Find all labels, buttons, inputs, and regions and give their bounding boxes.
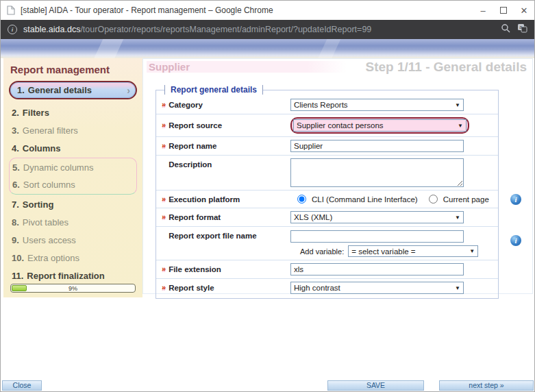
report-general-details-fieldset: Report general details »Category Clients… [155, 85, 499, 299]
report-style-select[interactable]: High contrast ▼ [290, 282, 464, 294]
execution-platform-info-icon[interactable]: i [510, 194, 521, 205]
report-source-select[interactable]: Supplier contact persons ▼ [293, 119, 466, 132]
sidebar-item-sorting[interactable]: 7.Sorting [3, 195, 142, 213]
sidebar-item-general-filters[interactable]: 3.General filters [3, 121, 142, 139]
step-label: Sort columns [23, 180, 75, 190]
sidebar-item-sort-columns[interactable]: 6.Sort columns [10, 176, 136, 193]
step-title: Step 1/11 - General details [366, 60, 527, 75]
category-label: Category [169, 101, 203, 109]
maximize-button[interactable] [493, 1, 514, 20]
info-glyph: i [514, 195, 517, 204]
step-number: 1. [17, 85, 25, 95]
step-number: 7. [12, 199, 19, 210]
report-style-row: »Report style High contrast ▼ [156, 278, 498, 297]
sidebar-item-extra-options[interactable]: 10.Extra options [3, 249, 142, 267]
cli-radio-label: CLI (Command Line Interface) [312, 195, 418, 204]
chevron-right-icon: › [127, 87, 130, 94]
file-extension-label: File extension [169, 265, 221, 273]
report-export-row: »Report export file name Add variable: =… [156, 226, 498, 260]
report-style-value: High contrast [294, 284, 340, 292]
category-row: »Category Clients Reports ▼ [156, 96, 498, 114]
sidebar-item-pivot-tables[interactable]: 8.Pivot tables [3, 213, 142, 231]
minimize-icon: – [480, 5, 485, 16]
chevron-down-icon: ▼ [455, 285, 460, 291]
progress-label: 9% [11, 284, 135, 293]
report-export-info-icon[interactable]: i [510, 235, 521, 246]
translate-icon[interactable]: a [517, 23, 527, 36]
wizard-progress-bar: 9% [10, 284, 136, 293]
sidebar-item-filters[interactable]: 2.Filters [3, 103, 142, 121]
step-number: 4. [12, 143, 19, 154]
address-input[interactable]: stable.aida.dcs/tourOperator/reports/rep… [23, 25, 495, 34]
sidebar-group-columns: 5.Dynamic columns 6.Sort columns [9, 158, 137, 195]
add-variable-label: Add variable: [300, 247, 344, 256]
step-number: 10. [12, 253, 24, 263]
next-step-button[interactable]: next step » [439, 380, 534, 391]
category-select[interactable]: Clients Reports ▼ [290, 99, 464, 111]
required-icon: » [162, 121, 166, 130]
sidebar-item-columns[interactable]: 4.Columns [3, 139, 142, 157]
sidebar-item-users-access[interactable]: 9.Users access [3, 231, 142, 249]
report-name-input[interactable] [290, 140, 464, 152]
required-icon: » [162, 101, 166, 109]
context-title: Supplier [147, 61, 347, 73]
step-label: General details [28, 85, 92, 95]
page-favicon-icon [7, 5, 15, 15]
required-icon: » [162, 195, 166, 204]
report-source-highlight: Supplier contact persons ▼ [290, 117, 469, 134]
required-icon: » [162, 142, 166, 150]
step-number: 9. [12, 235, 19, 245]
page-header-banner [1, 39, 534, 58]
sidebar-item-report-finalization[interactable]: 11.Report finalization [3, 267, 142, 284]
sidebar-item-dynamic-columns[interactable]: 5.Dynamic columns [10, 159, 136, 176]
info-glyph: i [514, 236, 517, 245]
file-extension-input[interactable] [290, 263, 464, 275]
step-label: Sorting [23, 199, 54, 210]
save-button[interactable]: SAVE [327, 380, 424, 391]
file-extension-row: »File extension [156, 260, 498, 278]
maximize-icon [500, 7, 507, 14]
sidebar-item-general-details[interactable]: 1.General details › [9, 81, 137, 99]
report-style-label: Report style [169, 284, 214, 292]
step-number: 5. [12, 162, 20, 173]
chevron-down-icon: ▼ [458, 123, 463, 129]
current-page-radio[interactable] [429, 195, 438, 204]
report-source-value: Supplier contact persons [297, 121, 384, 130]
wizard-sidebar: Report management 1.General details › 2.… [3, 58, 142, 297]
required-icon: » [162, 213, 166, 221]
report-format-value: XLS (XML) [294, 213, 332, 221]
step-label: Report finalization [27, 271, 104, 281]
description-textarea[interactable] [290, 158, 464, 187]
step-label: General filters [23, 125, 78, 136]
minimize-button[interactable]: – [473, 1, 493, 20]
report-format-label: Report format [169, 213, 221, 221]
zoom-icon[interactable] [501, 23, 510, 36]
step-label: Extra options [27, 253, 79, 263]
close-window-button[interactable]: ✕ [514, 1, 534, 20]
step-label: Users access [23, 235, 76, 245]
step-number: 3. [12, 125, 19, 136]
step-number: 2. [12, 108, 19, 118]
add-variable-select[interactable]: = select variable = ▼ [348, 245, 478, 257]
step-label: Pivot tables [23, 217, 69, 228]
close-button[interactable]: Close [2, 380, 42, 391]
url-bar: i stable.aida.dcs/tourOperator/reports/r… [1, 20, 534, 39]
page-content: Report management 1.General details › 2.… [1, 58, 534, 374]
current-page-radio-label: Current page [443, 195, 489, 204]
sidebar-title: Report management [10, 64, 142, 75]
report-format-row: »Report format XLS (XML) ▼ [156, 208, 498, 226]
report-name-row: »Report name [156, 136, 498, 155]
add-variable-value: = select variable = [351, 247, 415, 256]
execution-platform-row: »Execution platform CLI (Command Line In… [156, 190, 498, 208]
description-row: »Description [156, 155, 498, 190]
fieldset-legend: Report general details [164, 85, 263, 95]
report-format-select[interactable]: XLS (XML) ▼ [290, 211, 464, 223]
report-export-input[interactable] [290, 230, 464, 243]
category-value: Clients Reports [294, 101, 348, 109]
svg-text:a: a [519, 25, 522, 29]
page-info-icon[interactable]: i [8, 25, 17, 34]
window-titlebar: [stable] AIDA - Tour operator - Report m… [1, 1, 534, 20]
cli-radio[interactable] [297, 195, 306, 204]
info-glyph: i [12, 26, 14, 33]
step-label: Filters [23, 108, 49, 118]
